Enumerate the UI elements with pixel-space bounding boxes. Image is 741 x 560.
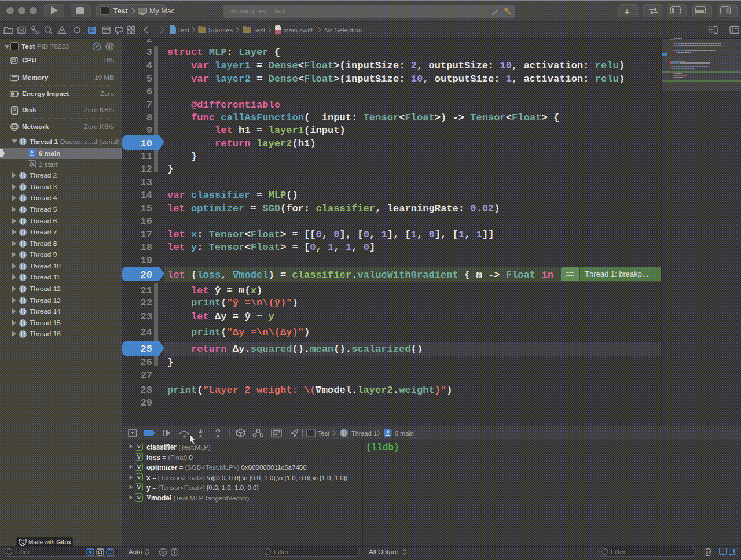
svg-text:Test: Test [318,430,329,437]
svg-text:0 main: 0 main [395,430,414,437]
svg-text:Thread 1: Thread 1 [351,430,377,437]
